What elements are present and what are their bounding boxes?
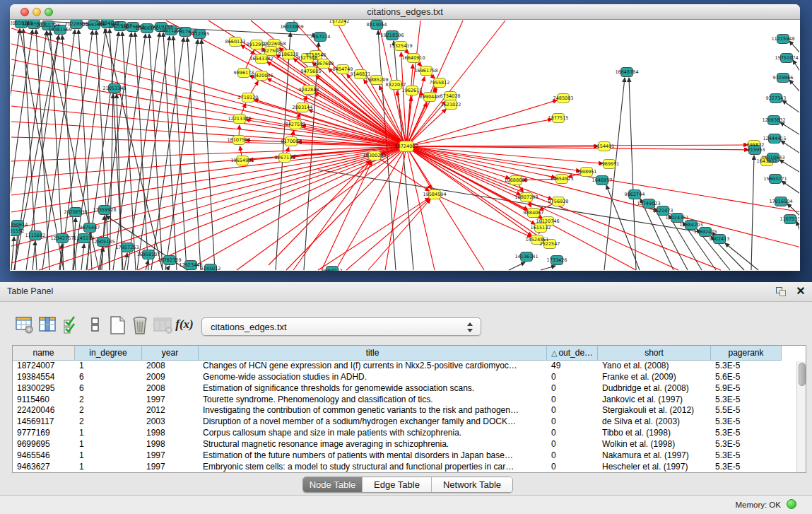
table-row[interactable]: 911546021997Tourette syndrome. Phenomeno… [13, 395, 782, 406]
tab-network-table[interactable]: Network Table [432, 477, 512, 492]
table-cell[interactable]: 0 [547, 395, 598, 406]
select-rows-button[interactable] [61, 313, 83, 337]
column-header-in_degree[interactable]: in_degree [75, 346, 142, 361]
row-height-button[interactable] [85, 313, 107, 337]
network-edge[interactable] [406, 146, 603, 163]
table-cell[interactable]: 5.3E-5 [711, 462, 782, 473]
table-cell[interactable]: 9777169 [13, 428, 75, 439]
network-edge[interactable] [629, 78, 636, 270]
table-cell[interactable]: 0 [547, 450, 598, 462]
table-selector-dropdown[interactable]: citations_edges.txt [201, 317, 481, 336]
scrollbar-thumb[interactable] [799, 363, 806, 386]
import-table-button-disabled[interactable] [151, 313, 174, 337]
table-cell[interactable]: 14569117 [13, 416, 75, 428]
network-edge[interactable] [509, 262, 525, 270]
network-edge[interactable] [394, 41, 413, 270]
table-cell[interactable]: Disruption of a novel member of a sodium… [199, 416, 547, 428]
new-table-button[interactable] [106, 313, 129, 337]
table-row[interactable]: 946362711997Embryonic stem cells: a mode… [13, 462, 782, 473]
network-edge[interactable] [406, 146, 435, 270]
table-cell[interactable]: 19384554 [13, 372, 75, 383]
table-cell[interactable]: 1997 [142, 450, 199, 462]
table-cell[interactable]: 5.3E-5 [711, 428, 782, 439]
table-cell[interactable]: 2003 [142, 416, 199, 428]
memory-status-indicator[interactable] [787, 499, 796, 509]
table-cell[interactable]: 9463627 [13, 462, 75, 473]
table-cell[interactable]: 0 [547, 372, 598, 383]
table-row[interactable]: 1456911722003Disruption of a novel membe… [13, 416, 782, 428]
network-edge[interactable] [796, 221, 799, 235]
network-edge[interactable] [293, 160, 371, 270]
column-visibility-button[interactable] [37, 313, 59, 337]
table-cell[interactable]: 1 [75, 439, 142, 450]
table-cell[interactable]: Yano et al. (2008) [598, 361, 711, 372]
table-cell[interactable]: Franke et al. (2009) [598, 372, 711, 383]
table-cell[interactable]: de Silva et al. (2003) [598, 416, 711, 428]
delete-table-button[interactable] [129, 313, 151, 337]
network-edge[interactable] [779, 160, 799, 173]
network-edge[interactable] [246, 119, 406, 146]
network-edge[interactable] [782, 181, 799, 194]
network-edge[interactable] [249, 76, 406, 146]
network-edge[interactable] [113, 34, 146, 270]
table-cell[interactable]: Estimation of the future numbers of pati… [199, 450, 547, 462]
table-cell[interactable]: 2 [75, 405, 142, 416]
table-settings-button[interactable] [13, 313, 36, 337]
network-edge[interactable] [793, 60, 799, 74]
table-cell[interactable]: 0 [547, 416, 598, 428]
table-cell[interactable]: 2008 [142, 383, 199, 395]
network-edge[interactable] [406, 146, 678, 270]
table-cell[interactable]: Genome-wide association studies in ADHD. [199, 372, 547, 383]
network-edge[interactable] [406, 146, 535, 224]
network-edge[interactable] [11, 44, 406, 146]
table-cell[interactable]: 6 [75, 372, 142, 383]
table-cell[interactable]: 1 [75, 450, 142, 462]
network-edge[interactable] [406, 21, 505, 146]
table-cell[interactable]: 2 [75, 395, 142, 406]
network-edge[interactable] [81, 244, 84, 270]
table-cell[interactable]: 22420046 [13, 405, 75, 416]
network-edge[interactable] [167, 266, 170, 270]
table-cell[interactable]: Investigating the contribution of common… [199, 405, 547, 416]
column-header-title[interactable]: title [199, 346, 547, 361]
table-cell[interactable]: Nakamura et al. (1997) [598, 450, 711, 462]
network-edge[interactable] [166, 21, 406, 146]
network-edge[interactable] [406, 146, 721, 270]
table-cell[interactable]: Changes of HCN gene expression and I(f) … [199, 361, 547, 372]
network-edge[interactable] [368, 199, 430, 270]
table-cell[interactable]: Embryonic stem cells: a model to study s… [199, 462, 547, 473]
table-cell[interactable]: 5.9E-5 [711, 383, 782, 395]
table-cell[interactable]: Structural magnetic resonance image aver… [199, 439, 547, 450]
table-row[interactable]: 2242004622012Investigating the contribut… [13, 405, 782, 416]
network-edge[interactable] [406, 100, 557, 146]
table-cell[interactable]: 1 [75, 428, 142, 439]
table-cell[interactable]: 5.3E-5 [711, 450, 782, 462]
table-cell[interactable]: 5.3E-5 [711, 361, 782, 372]
table-cell[interactable]: 2009 [142, 372, 199, 383]
network-edge[interactable] [346, 199, 430, 270]
network-edge[interactable] [173, 36, 187, 270]
table-cell[interactable]: Tibbo et al. (1998) [598, 428, 711, 439]
table-cell[interactable]: 2012 [142, 405, 199, 416]
table-row[interactable]: 1938455462009Genome-wide association stu… [13, 372, 782, 383]
table-cell[interactable]: Tourette syndrome. Phenomenology and cla… [199, 395, 547, 406]
table-vertical-scrollbar[interactable] [796, 361, 806, 473]
table-cell[interactable]: 5.3E-5 [711, 395, 782, 406]
table-cell[interactable]: 1998 [142, 428, 199, 439]
tab-node-table[interactable]: Node Table [303, 477, 363, 492]
network-edge[interactable] [11, 237, 14, 270]
function-builder-button[interactable]: f(x) [174, 313, 195, 337]
table-cell[interactable]: 0 [547, 462, 598, 473]
table-cell[interactable]: 1997 [142, 462, 199, 473]
column-header-pagerank[interactable]: pagerank [711, 346, 782, 361]
table-row[interactable]: 977716911998Corpus callosum shape and si… [13, 428, 782, 439]
network-edge[interactable] [11, 122, 406, 146]
network-edge[interactable] [406, 109, 446, 146]
table-cell[interactable]: 0 [547, 428, 598, 439]
table-cell[interactable]: Stergiakouli et al. (2012) [598, 405, 711, 416]
network-edge[interactable] [781, 141, 799, 154]
table-row[interactable]: 1830029562008Estimation of significance … [13, 383, 782, 395]
table-cell[interactable]: 5.3E-5 [711, 439, 782, 450]
network-edge[interactable] [47, 31, 99, 270]
table-cell[interactable]: 9115460 [13, 395, 75, 406]
